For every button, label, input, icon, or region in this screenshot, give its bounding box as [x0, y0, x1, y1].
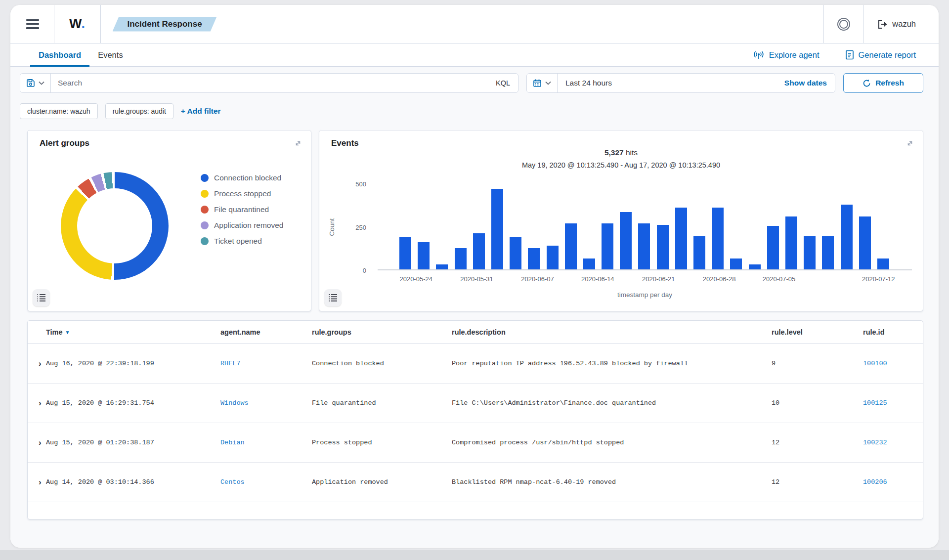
inspect-panel-button[interactable] — [324, 289, 342, 306]
table-row: ›Aug 15, 2020 @ 01:20:38.187DebianProces… — [28, 423, 923, 463]
row-expand-icon[interactable]: › — [39, 359, 46, 368]
alert-groups-donut[interactable] — [61, 172, 169, 280]
cell-agent-link[interactable]: Windows — [220, 399, 312, 407]
legend-swatch — [201, 206, 209, 214]
table-row: ›Aug 15, 2020 @ 16:29:31.754WindowsFile … — [28, 384, 923, 423]
legend-item[interactable]: Ticket opened — [201, 233, 283, 249]
histogram-bar[interactable] — [749, 264, 761, 269]
legend-item[interactable]: Connection blocked — [201, 170, 283, 186]
histogram-bar[interactable] — [510, 237, 521, 269]
histogram-bar[interactable] — [657, 225, 669, 269]
row-expand-icon[interactable]: › — [39, 399, 46, 407]
filter-pill[interactable]: cluster.name: wazuh — [20, 103, 98, 119]
legend-item[interactable]: Process stopped — [201, 186, 283, 202]
histogram-bar[interactable] — [565, 223, 577, 269]
refresh-icon — [863, 79, 871, 87]
histogram-bar[interactable] — [528, 248, 540, 269]
row-expand-icon[interactable]: › — [39, 478, 46, 486]
histogram-bar[interactable] — [730, 258, 742, 269]
column-header[interactable]: rule.description — [452, 328, 772, 336]
row-expand-icon[interactable]: › — [39, 438, 46, 447]
module-badge: Incident Response — [113, 17, 217, 32]
events-histogram: Count 0250500 2020-05-242020-05-312020-0… — [319, 130, 923, 311]
expand-icon — [294, 139, 302, 147]
generate-report-button[interactable]: Generate report — [845, 50, 916, 60]
panel-title: Events — [331, 138, 359, 148]
histogram-bar[interactable] — [602, 223, 613, 269]
histogram-bar[interactable] — [804, 236, 816, 269]
legend-label: Ticket opened — [214, 237, 262, 246]
histogram-bar[interactable] — [491, 189, 503, 269]
column-header[interactable]: rule.id — [863, 328, 923, 336]
tab-events[interactable]: Events — [89, 43, 131, 66]
column-header[interactable]: agent.name — [220, 328, 312, 336]
x-tick-label: 2020-06-28 — [703, 275, 736, 283]
saved-query-menu-button[interactable] — [20, 74, 51, 92]
legend-swatch — [201, 190, 209, 198]
histogram-bar[interactable] — [675, 208, 687, 269]
histogram-bar[interactable] — [693, 236, 705, 269]
histogram-bar[interactable] — [841, 205, 853, 269]
histogram-bar[interactable] — [620, 212, 632, 269]
explore-agent-button[interactable]: Explore agent — [753, 50, 820, 60]
column-header[interactable]: Time▼ — [46, 328, 220, 336]
hits-date-range: May 19, 2020 @ 10:13:25.490 - Aug 17, 20… — [319, 161, 923, 169]
histogram-bar[interactable] — [712, 208, 724, 269]
cell-agent-link[interactable]: Debian — [220, 439, 312, 446]
histogram-bar[interactable] — [859, 216, 871, 269]
kql-language-button[interactable]: KQL — [488, 79, 518, 87]
legend-item[interactable]: File quarantined — [201, 202, 283, 217]
y-tick-label: 0 — [363, 267, 366, 274]
histogram-bar[interactable] — [473, 233, 485, 269]
inspect-panel-button[interactable] — [33, 289, 50, 306]
show-dates-button[interactable]: Show dates — [776, 79, 835, 87]
tab-dashboard[interactable]: Dashboard — [30, 43, 89, 66]
histogram-bar[interactable] — [877, 258, 889, 269]
dashboard-content: KQL Last 24 hours Show d — [10, 67, 939, 547]
table-row: ›Aug 14, 2020 @ 03:10:14.366CentosApplic… — [28, 463, 923, 502]
x-tick-label: 2020-06-07 — [521, 275, 554, 283]
time-range-value[interactable]: Last 24 hours — [558, 79, 776, 87]
table-header: Time▼agent.namerule.groupsrule.descripti… — [28, 321, 923, 344]
logout-button[interactable]: wazuh — [864, 19, 916, 29]
filter-pill[interactable]: rule.groups: audit — [105, 103, 173, 119]
expand-panel-button[interactable] — [905, 138, 915, 148]
cell-time: Aug 15, 2020 @ 01:20:38.187 — [46, 439, 220, 446]
histogram-bar[interactable] — [399, 237, 411, 269]
chevron-down-icon — [545, 81, 551, 85]
cell-rule-id-link[interactable]: 100206 — [863, 478, 923, 486]
cell-rule-id-link[interactable]: 100100 — [863, 360, 923, 367]
sort-desc-icon[interactable]: ▼ — [65, 330, 70, 335]
cell-rule-id-link[interactable]: 100232 — [863, 439, 923, 446]
filter-bar: cluster.name: wazuhrule.groups: audit + … — [20, 103, 923, 119]
legend-item[interactable]: Application removed — [201, 217, 283, 233]
add-filter-button[interactable]: + Add filter — [181, 107, 221, 116]
cell-agent-link[interactable]: RHEL7 — [220, 360, 312, 367]
date-quick-menu-button[interactable] — [527, 74, 558, 92]
column-header[interactable]: rule.groups — [312, 328, 452, 336]
x-tick-label: 2020-07-12 — [862, 275, 895, 283]
histogram-bar[interactable] — [418, 242, 430, 269]
histogram-bar[interactable] — [455, 248, 467, 269]
histogram-bar[interactable] — [785, 216, 797, 269]
histogram-bar[interactable] — [583, 258, 595, 269]
histogram-bar[interactable] — [822, 236, 834, 269]
cell-rule-id-link[interactable]: 100125 — [863, 399, 923, 407]
x-axis-label: timestamp per day — [378, 291, 912, 299]
health-check-button[interactable] — [824, 18, 863, 31]
cell-agent-link[interactable]: Centos — [220, 478, 312, 486]
legend-label: Connection blocked — [214, 173, 281, 182]
search-input[interactable] — [51, 79, 488, 87]
top-bar: W. Incident Response wazuh — [10, 5, 939, 43]
histogram-bar[interactable] — [638, 223, 650, 269]
refresh-button[interactable]: Refresh — [843, 73, 923, 93]
wazuh-logo[interactable]: W. — [54, 16, 100, 32]
histogram-bar[interactable] — [547, 246, 559, 269]
histogram-bar[interactable] — [767, 226, 779, 269]
menu-icon[interactable] — [26, 19, 39, 29]
histogram-bar[interactable] — [436, 264, 448, 269]
column-header[interactable]: rule.level — [772, 328, 863, 336]
cell-time: Aug 14, 2020 @ 03:10:14.366 — [46, 478, 220, 486]
expand-panel-button[interactable] — [293, 138, 303, 148]
save-icon — [26, 79, 35, 87]
